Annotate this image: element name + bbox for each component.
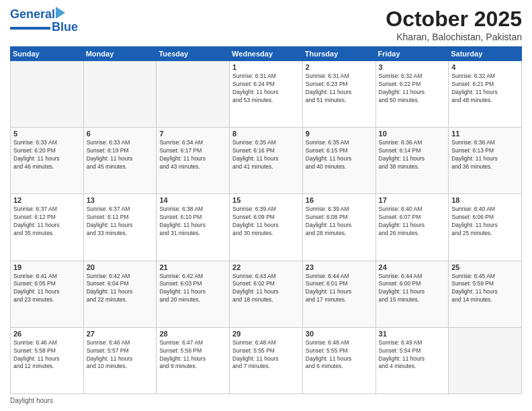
day-number: 17	[379, 196, 446, 204]
day-number: 31	[379, 330, 446, 338]
header-wednesday: Wednesday	[230, 47, 303, 61]
day-number: 21	[159, 263, 226, 271]
logo-text: General	[10, 8, 55, 20]
table-row: 12Sunrise: 6:37 AM Sunset: 6:12 PM Dayli…	[11, 194, 84, 261]
table-row: 22Sunrise: 6:43 AM Sunset: 6:02 PM Dayli…	[230, 261, 303, 327]
table-row: 5Sunrise: 6:33 AM Sunset: 6:20 PM Daylig…	[11, 128, 84, 194]
table-row: 13Sunrise: 6:37 AM Sunset: 6:11 PM Dayli…	[83, 194, 157, 261]
table-row: 7Sunrise: 6:34 AM Sunset: 6:17 PM Daylig…	[157, 128, 230, 194]
logo-blue-label: Blue	[52, 20, 78, 34]
day-info: Sunrise: 6:44 AM Sunset: 6:00 PM Dayligh…	[379, 273, 446, 305]
day-number: 23	[306, 263, 373, 271]
day-info: Sunrise: 6:41 AM Sunset: 6:05 PM Dayligh…	[13, 273, 81, 305]
day-info: Sunrise: 6:48 AM Sunset: 5:55 PM Dayligh…	[232, 339, 300, 371]
month-title: October 2025	[386, 7, 522, 32]
day-info: Sunrise: 6:48 AM Sunset: 5:55 PM Dayligh…	[306, 339, 373, 371]
table-row: 31Sunrise: 6:49 AM Sunset: 5:54 PM Dayli…	[375, 327, 449, 394]
day-info: Sunrise: 6:49 AM Sunset: 5:54 PM Dayligh…	[379, 339, 446, 371]
day-number: 19	[13, 263, 81, 271]
table-row: 2Sunrise: 6:31 AM Sunset: 6:23 PM Daylig…	[302, 61, 375, 128]
table-row: 10Sunrise: 6:36 AM Sunset: 6:14 PM Dayli…	[375, 128, 449, 194]
calendar-row: 26Sunrise: 6:46 AM Sunset: 5:58 PM Dayli…	[11, 327, 522, 394]
day-info: Sunrise: 6:44 AM Sunset: 6:01 PM Dayligh…	[306, 273, 373, 305]
table-row: 29Sunrise: 6:48 AM Sunset: 5:55 PM Dayli…	[230, 327, 303, 394]
day-number: 16	[306, 196, 373, 204]
header-friday: Friday	[375, 47, 449, 61]
day-info: Sunrise: 6:38 AM Sunset: 6:10 PM Dayligh…	[159, 205, 226, 238]
calendar-table: Sunday Monday Tuesday Wednesday Thursday…	[10, 46, 522, 394]
table-row: 21Sunrise: 6:42 AM Sunset: 6:03 PM Dayli…	[157, 261, 230, 327]
day-info: Sunrise: 6:32 AM Sunset: 6:22 PM Dayligh…	[379, 73, 446, 105]
title-block: October 2025 Kharan, Balochistan, Pakist…	[386, 7, 522, 42]
day-number: 22	[232, 263, 300, 271]
day-info: Sunrise: 6:42 AM Sunset: 6:04 PM Dayligh…	[87, 273, 154, 305]
logo: General Blue	[10, 7, 78, 34]
header-sunday: Sunday	[11, 47, 84, 61]
day-number: 13	[87, 196, 154, 204]
table-row: 14Sunrise: 6:38 AM Sunset: 6:10 PM Dayli…	[157, 194, 230, 261]
table-row	[11, 61, 84, 128]
day-info: Sunrise: 6:37 AM Sunset: 6:12 PM Dayligh…	[13, 205, 81, 238]
day-number: 24	[379, 263, 446, 271]
day-info: Sunrise: 6:43 AM Sunset: 6:02 PM Dayligh…	[232, 273, 300, 305]
day-number: 10	[379, 130, 446, 138]
day-info: Sunrise: 6:31 AM Sunset: 6:24 PM Dayligh…	[232, 73, 300, 105]
table-row: 20Sunrise: 6:42 AM Sunset: 6:04 PM Dayli…	[83, 261, 157, 327]
day-number: 26	[13, 330, 81, 338]
table-row: 24Sunrise: 6:44 AM Sunset: 6:00 PM Dayli…	[375, 261, 449, 327]
day-number: 7	[159, 130, 226, 138]
day-info: Sunrise: 6:32 AM Sunset: 6:21 PM Dayligh…	[451, 73, 519, 105]
day-number: 15	[232, 196, 300, 204]
day-info: Sunrise: 6:42 AM Sunset: 6:03 PM Dayligh…	[159, 273, 226, 305]
table-row: 9Sunrise: 6:35 AM Sunset: 6:15 PM Daylig…	[302, 128, 375, 194]
table-row	[449, 327, 522, 394]
day-number: 27	[87, 330, 154, 338]
calendar-row: 1Sunrise: 6:31 AM Sunset: 6:24 PM Daylig…	[11, 61, 522, 128]
day-info: Sunrise: 6:40 AM Sunset: 6:06 PM Dayligh…	[451, 205, 519, 238]
day-info: Sunrise: 6:39 AM Sunset: 6:08 PM Dayligh…	[306, 205, 373, 238]
day-number: 9	[306, 130, 373, 138]
day-number: 28	[159, 330, 226, 338]
day-number: 4	[451, 63, 519, 71]
header-tuesday: Tuesday	[157, 47, 230, 61]
logo-general: General	[10, 7, 55, 21]
table-row: 25Sunrise: 6:45 AM Sunset: 5:59 PM Dayli…	[449, 261, 522, 327]
header: General Blue October 2025 Kharan, Baloch…	[10, 7, 522, 42]
table-row: 1Sunrise: 6:31 AM Sunset: 6:24 PM Daylig…	[230, 61, 303, 128]
day-info: Sunrise: 6:36 AM Sunset: 6:14 PM Dayligh…	[379, 139, 446, 171]
table-row: 19Sunrise: 6:41 AM Sunset: 6:05 PM Dayli…	[11, 261, 84, 327]
day-info: Sunrise: 6:31 AM Sunset: 6:23 PM Dayligh…	[306, 73, 373, 105]
day-number: 3	[379, 63, 446, 71]
table-row: 3Sunrise: 6:32 AM Sunset: 6:22 PM Daylig…	[375, 61, 449, 128]
table-row: 16Sunrise: 6:39 AM Sunset: 6:08 PM Dayli…	[302, 194, 375, 261]
table-row: 23Sunrise: 6:44 AM Sunset: 6:01 PM Dayli…	[302, 261, 375, 327]
calendar-row: 12Sunrise: 6:37 AM Sunset: 6:12 PM Dayli…	[11, 194, 522, 261]
day-number: 11	[451, 130, 519, 138]
table-row: 11Sunrise: 6:36 AM Sunset: 6:13 PM Dayli…	[449, 128, 522, 194]
table-row: 28Sunrise: 6:47 AM Sunset: 5:56 PM Dayli…	[157, 327, 230, 394]
day-info: Sunrise: 6:33 AM Sunset: 6:20 PM Dayligh…	[13, 139, 81, 171]
table-row	[157, 61, 230, 128]
table-row: 8Sunrise: 6:35 AM Sunset: 6:16 PM Daylig…	[230, 128, 303, 194]
location-title: Kharan, Balochistan, Pakistan	[386, 32, 522, 42]
header-thursday: Thursday	[302, 47, 375, 61]
day-number: 5	[13, 130, 81, 138]
weekday-header-row: Sunday Monday Tuesday Wednesday Thursday…	[11, 47, 522, 61]
day-info: Sunrise: 6:39 AM Sunset: 6:09 PM Dayligh…	[232, 205, 300, 238]
table-row: 30Sunrise: 6:48 AM Sunset: 5:55 PM Dayli…	[302, 327, 375, 394]
table-row: 18Sunrise: 6:40 AM Sunset: 6:06 PM Dayli…	[449, 194, 522, 261]
day-number: 30	[306, 330, 373, 338]
day-info: Sunrise: 6:35 AM Sunset: 6:15 PM Dayligh…	[306, 139, 373, 171]
day-info: Sunrise: 6:34 AM Sunset: 6:17 PM Dayligh…	[159, 139, 226, 171]
day-info: Sunrise: 6:35 AM Sunset: 6:16 PM Dayligh…	[232, 139, 300, 171]
day-number: 2	[306, 63, 373, 71]
footer: Daylight hours	[10, 397, 522, 404]
table-row	[83, 61, 157, 128]
header-monday: Monday	[83, 47, 157, 61]
day-number: 25	[451, 263, 519, 271]
day-number: 6	[87, 130, 154, 138]
day-info: Sunrise: 6:40 AM Sunset: 6:07 PM Dayligh…	[379, 205, 446, 238]
table-row: 27Sunrise: 6:46 AM Sunset: 5:57 PM Dayli…	[83, 327, 157, 394]
day-info: Sunrise: 6:33 AM Sunset: 6:19 PM Dayligh…	[87, 139, 154, 171]
day-info: Sunrise: 6:45 AM Sunset: 5:59 PM Dayligh…	[451, 273, 519, 305]
